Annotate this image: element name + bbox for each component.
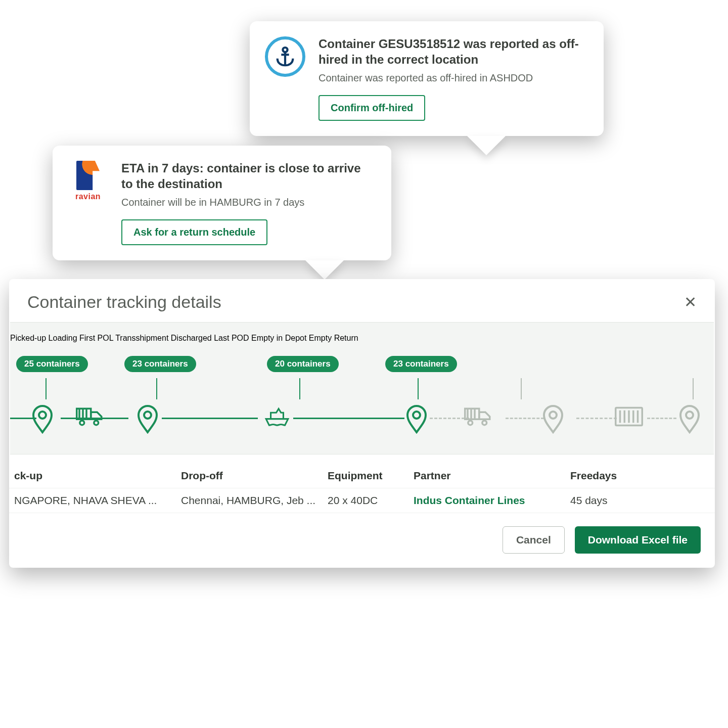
pin-icon <box>404 402 429 434</box>
partner-link[interactable]: Indus Container Lines <box>412 494 568 507</box>
details-table: ck-up Drop-off Equipment Partner Freeday… <box>9 454 715 513</box>
stage-label: Picked-up <box>10 334 46 342</box>
col-equipment: Equipment <box>326 470 412 482</box>
timeline: Picked-up Loading First POL Transshipmen… <box>10 322 714 454</box>
table-row: NGAPORE, NHAVA SHEVA ... Chennai, HAMBUR… <box>9 488 715 513</box>
truck-icon <box>76 402 104 431</box>
notification-eta: ravian ETA in 7 days: container is close… <box>53 146 391 260</box>
col-freedays: Freedays <box>568 470 654 482</box>
stage-label: Empty in Depot <box>251 334 306 342</box>
confirm-offhired-button[interactable]: Confirm off-hired <box>318 95 425 121</box>
pin-icon <box>677 402 702 434</box>
svg-point-14 <box>482 421 487 425</box>
stage-badge: 25 containers <box>16 356 88 372</box>
cell-pickup: NGAPORE, NHAVA SHEVA ... <box>12 494 179 507</box>
container-icon <box>615 402 643 431</box>
panel-title: Container tracking details <box>27 292 221 312</box>
cell-equipment: 20 x 40DC <box>326 494 412 507</box>
stage-badge: 23 containers <box>385 356 457 372</box>
stage-label: Empty Return <box>309 334 358 342</box>
stage-badge: 20 containers <box>267 356 339 372</box>
stage-label: Discharged Last POD <box>171 334 249 342</box>
col-dropoff: Drop-off <box>179 470 326 482</box>
close-icon[interactable]: ✕ <box>684 293 697 311</box>
ravian-logo-label: ravian <box>68 192 108 201</box>
svg-point-18 <box>550 412 557 419</box>
svg-point-25 <box>686 412 693 419</box>
svg-point-0 <box>283 48 287 52</box>
truck-icon <box>464 402 492 431</box>
notification-title: ETA in 7 days: container is close to arr… <box>121 161 374 192</box>
notification-subtitle: Container was reported as off-hired in A… <box>318 72 586 84</box>
stage-badge: 23 containers <box>124 356 196 372</box>
ship-icon <box>263 402 291 431</box>
notification-offhired: Container GESU3518512 was reported as of… <box>250 21 604 136</box>
notification-subtitle: Container will be in HAMBURG in 7 days <box>121 197 374 208</box>
cancel-button[interactable]: Cancel <box>503 526 565 554</box>
svg-point-6 <box>94 421 99 425</box>
svg-point-5 <box>80 421 84 425</box>
notification-title: Container GESU3518512 was reported as of… <box>318 36 586 67</box>
stage-label: Loading First POL <box>49 334 113 342</box>
anchor-icon <box>265 36 305 121</box>
cell-freedays: 45 days <box>568 494 654 507</box>
ravian-logo: ravian <box>68 161 108 245</box>
svg-point-3 <box>39 412 46 419</box>
ask-return-schedule-button[interactable]: Ask for a return schedule <box>121 219 267 245</box>
pin-icon <box>30 402 55 434</box>
svg-point-11 <box>413 412 420 419</box>
cell-dropoff: Chennai, HAMBURG, Jeb ... <box>179 494 326 507</box>
stage-label: Transshipment <box>115 334 168 342</box>
pin-icon <box>135 402 160 434</box>
col-pickup: ck-up <box>12 470 179 482</box>
svg-point-10 <box>144 412 151 419</box>
download-button[interactable]: Download Excel file <box>575 526 701 554</box>
col-partner: Partner <box>412 470 568 482</box>
svg-point-13 <box>468 421 473 425</box>
pin-icon <box>541 402 565 434</box>
tracking-details-panel: Container tracking details ✕ Picked-up L… <box>9 279 715 568</box>
